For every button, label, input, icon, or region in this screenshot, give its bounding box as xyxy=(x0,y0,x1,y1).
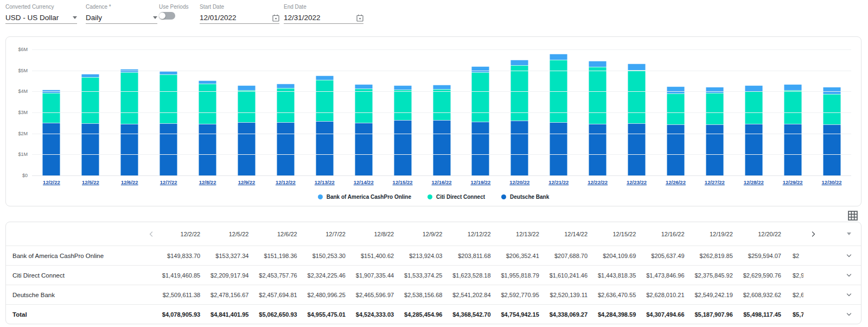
bar-segment-bank-of-america-cashpro-online[interactable] xyxy=(628,64,646,70)
x-axis-date-link[interactable]: 12/22/22 xyxy=(578,179,617,185)
bar-segment-bank-of-america-cashpro-online[interactable] xyxy=(433,85,451,89)
converted-currency-select[interactable]: Converted Currency USD - US Dollar xyxy=(5,4,77,24)
bar-segment-deutsche-bank[interactable] xyxy=(628,123,646,175)
stacked-bar[interactable] xyxy=(238,85,256,175)
bar-segment-citi-direct-connect[interactable] xyxy=(355,89,373,122)
x-axis-date-link[interactable]: 12/13/22 xyxy=(305,179,344,185)
bar-segment-bank-of-america-cashpro-online[interactable] xyxy=(667,86,685,93)
bar-segment-deutsche-bank[interactable] xyxy=(238,122,256,175)
bar-segment-deutsche-bank[interactable] xyxy=(81,123,99,175)
stacked-bar[interactable] xyxy=(355,84,373,175)
legend-item-deutsche-bank[interactable]: Deutsche Bank xyxy=(501,194,549,200)
bar-segment-deutsche-bank[interactable] xyxy=(745,124,763,175)
bar-segment-bank-of-america-cashpro-online[interactable] xyxy=(706,87,724,93)
stacked-bar[interactable] xyxy=(628,64,646,175)
bar-segment-deutsche-bank[interactable] xyxy=(471,122,489,175)
bar-segment-citi-direct-connect[interactable] xyxy=(433,89,451,120)
bar-segment-citi-direct-connect[interactable] xyxy=(316,80,334,121)
stacked-bar[interactable] xyxy=(745,85,763,175)
calendar-icon[interactable] xyxy=(356,14,363,22)
bar-segment-deutsche-bank[interactable] xyxy=(394,120,412,175)
bar-segment-citi-direct-connect[interactable] xyxy=(471,72,489,122)
bar-segment-bank-of-america-cashpro-online[interactable] xyxy=(510,60,528,65)
stacked-bar[interactable] xyxy=(667,86,685,175)
calendar-icon[interactable] xyxy=(272,14,279,22)
legend-item-bank-of-america-cashpro-online[interactable]: Bank of America CashPro Online xyxy=(318,194,411,200)
bar-segment-deutsche-bank[interactable] xyxy=(433,120,451,175)
bar-segment-citi-direct-connect[interactable] xyxy=(784,90,802,123)
chevron-down-icon[interactable] xyxy=(846,292,852,298)
bar-segment-deutsche-bank[interactable] xyxy=(120,124,138,175)
x-axis-date-link[interactable]: 12/2/22 xyxy=(32,179,71,185)
end-date-field[interactable]: End Date 12/31/2022 xyxy=(284,4,363,24)
bar-segment-citi-direct-connect[interactable] xyxy=(394,90,412,120)
bar-segment-citi-direct-connect[interactable] xyxy=(628,70,646,123)
stacked-bar[interactable] xyxy=(433,85,451,175)
x-axis-date-link[interactable]: 12/26/22 xyxy=(656,179,695,185)
bar-segment-citi-direct-connect[interactable] xyxy=(277,88,295,122)
bar-segment-citi-direct-connect[interactable] xyxy=(823,94,841,124)
chevron-down-icon[interactable] xyxy=(846,253,852,259)
stacked-bar[interactable] xyxy=(42,90,60,175)
stacked-bar[interactable] xyxy=(550,54,567,175)
stacked-bar[interactable] xyxy=(120,69,138,175)
bar-segment-deutsche-bank[interactable] xyxy=(784,124,802,176)
x-axis-date-link[interactable]: 12/27/22 xyxy=(695,179,734,185)
bar-segment-bank-of-america-cashpro-online[interactable] xyxy=(550,54,567,59)
stacked-bar[interactable] xyxy=(81,74,99,175)
chevron-down-icon[interactable] xyxy=(846,272,852,279)
stacked-bar[interactable] xyxy=(784,84,802,175)
stacked-bar[interactable] xyxy=(471,66,489,175)
bar-segment-citi-direct-connect[interactable] xyxy=(199,84,216,124)
bar-segment-bank-of-america-cashpro-online[interactable] xyxy=(238,85,256,90)
bar-segment-deutsche-bank[interactable] xyxy=(199,124,216,175)
legend-item-citi-direct-connect[interactable]: Citi Direct Connect xyxy=(427,194,485,200)
stacked-bar[interactable] xyxy=(823,87,841,175)
bar-segment-citi-direct-connect[interactable] xyxy=(667,93,685,124)
chevron-right-icon[interactable] xyxy=(810,231,816,237)
bar-segment-citi-direct-connect[interactable] xyxy=(745,91,763,124)
use-periods-toggle[interactable] xyxy=(159,12,175,20)
bar-segment-citi-direct-connect[interactable] xyxy=(589,67,607,124)
stacked-bar[interactable] xyxy=(394,85,412,175)
caret-down-icon[interactable] xyxy=(847,232,851,235)
x-axis-date-link[interactable]: 12/9/22 xyxy=(227,179,266,185)
grid-view-icon[interactable] xyxy=(848,211,858,221)
bar-segment-bank-of-america-cashpro-online[interactable] xyxy=(394,85,412,90)
bar-segment-deutsche-bank[interactable] xyxy=(355,123,373,175)
bar-segment-bank-of-america-cashpro-online[interactable] xyxy=(471,66,489,72)
x-axis-date-link[interactable]: 12/23/22 xyxy=(617,179,656,185)
x-axis-date-link[interactable]: 12/14/22 xyxy=(344,179,383,185)
stacked-bar[interactable] xyxy=(510,60,528,175)
x-axis-date-link[interactable]: 12/12/22 xyxy=(266,179,305,185)
x-axis-date-link[interactable]: 12/8/22 xyxy=(188,179,227,185)
x-axis-date-link[interactable]: 12/21/22 xyxy=(539,179,578,185)
x-axis-date-link[interactable]: 12/28/22 xyxy=(734,179,773,185)
bar-segment-deutsche-bank[interactable] xyxy=(589,124,607,176)
bar-segment-deutsche-bank[interactable] xyxy=(42,123,60,175)
x-axis-date-link[interactable]: 12/19/22 xyxy=(461,179,500,185)
x-axis-date-link[interactable]: 12/5/22 xyxy=(71,179,110,185)
x-axis-date-link[interactable]: 12/7/22 xyxy=(149,179,188,185)
bar-segment-deutsche-bank[interactable] xyxy=(667,124,685,175)
start-date-field[interactable]: Start Date 12/01/2022 xyxy=(200,4,279,24)
bar-segment-bank-of-america-cashpro-online[interactable] xyxy=(277,84,295,88)
bar-segment-citi-direct-connect[interactable] xyxy=(42,93,60,123)
bar-segment-bank-of-america-cashpro-online[interactable] xyxy=(355,84,373,89)
bar-segment-deutsche-bank[interactable] xyxy=(159,123,177,175)
x-axis-date-link[interactable]: 12/20/22 xyxy=(500,179,539,185)
stacked-bar[interactable] xyxy=(316,76,334,175)
stacked-bar[interactable] xyxy=(199,80,216,175)
stacked-bar[interactable] xyxy=(277,84,295,175)
bar-segment-deutsche-bank[interactable] xyxy=(277,122,295,175)
bar-segment-deutsche-bank[interactable] xyxy=(706,124,724,175)
x-axis-date-link[interactable]: 12/15/22 xyxy=(383,179,422,185)
chevron-left-icon[interactable] xyxy=(148,231,155,237)
bar-segment-deutsche-bank[interactable] xyxy=(510,121,528,175)
x-axis-date-link[interactable]: 12/30/22 xyxy=(812,179,851,185)
stacked-bar[interactable] xyxy=(159,71,177,175)
bar-segment-deutsche-bank[interactable] xyxy=(550,122,567,175)
bar-segment-citi-direct-connect[interactable] xyxy=(81,77,99,123)
bar-segment-bank-of-america-cashpro-online[interactable] xyxy=(589,61,607,67)
x-axis-date-link[interactable]: 12/16/22 xyxy=(422,179,461,185)
